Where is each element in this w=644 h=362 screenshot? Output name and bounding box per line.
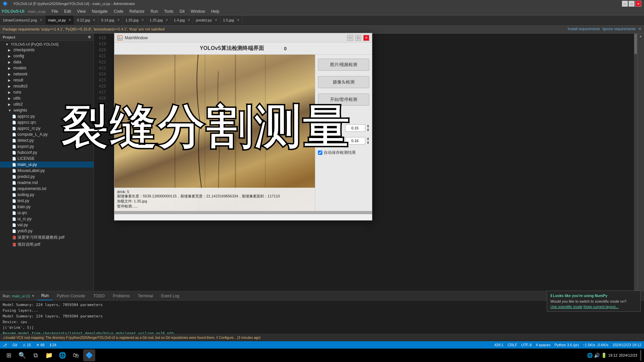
sidebar-item-license[interactable]: 📄 LICENSE — [0, 156, 94, 162]
confidence-spinner-icon[interactable]: ⬆⬇ — [367, 124, 369, 132]
detect-camera-button[interactable]: 摄像头检测 — [318, 76, 369, 88]
sidebar-item-results3[interactable]: ▶ results3 — [0, 83, 94, 89]
sidebar-item-config[interactable]: ▶ config — [0, 53, 94, 59]
tab-125[interactable]: 1.25.jpg ✕ — [147, 15, 171, 24]
sidebar-settings-icon[interactable]: ⚙ — [88, 35, 91, 39]
sidebar-root[interactable]: ▼ YOLOv5-UI [PyQt5-YOLOv5] — [0, 42, 94, 47]
menu-run[interactable]: Run — [148, 8, 161, 14]
iou-spinner-icon[interactable]: ⬆⬇ — [367, 137, 369, 144]
sidebar-item-requirements[interactable]: 📄 requirements.txt — [0, 186, 94, 192]
menu-edit[interactable]: Edit — [61, 8, 74, 14]
notification-link1[interactable]: Use scientific mode — [550, 305, 582, 309]
tab-close-icon[interactable]: ✕ — [141, 18, 144, 22]
minimize-button[interactable]: ─ — [622, 1, 628, 7]
menu-navigate[interactable]: Navigate — [89, 8, 110, 14]
tab-close-icon[interactable]: ✕ — [215, 18, 217, 22]
sidebar-item-project-pdf[interactable]: 📕 项目说明.pdf — [0, 241, 94, 248]
sidebar-item-network[interactable]: ▶ network — [0, 71, 94, 77]
tab-135[interactable]: 1.35.jpg ✕ — [123, 15, 147, 24]
install-requirements-link[interactable]: Install requirements — [568, 27, 600, 31]
dialog-close-button[interactable]: ✕ — [363, 35, 369, 41]
sidebar-item-readme[interactable]: 📄 readme.md — [0, 180, 94, 186]
tab-14[interactable]: 1.4.jpg ✕ — [171, 15, 193, 24]
menu-git[interactable]: Git — [177, 8, 187, 14]
sidebar-item-deeplearning-pdf[interactable]: 📕 深度学习环境搭建教程.pdf — [0, 234, 94, 241]
sidebar-item-utils[interactable]: ▶ utils — [0, 95, 94, 101]
menu-view[interactable]: View — [74, 8, 89, 14]
tab-close-icon[interactable]: ✕ — [237, 18, 239, 22]
store-button[interactable]: 🛍 — [70, 349, 82, 361]
scrollbar-thumb[interactable] — [634, 34, 637, 54]
tab-main-ui[interactable]: main_ui.py ✕ — [45, 15, 74, 24]
tab-close-icon[interactable]: ✕ — [40, 18, 42, 22]
vertical-scrollbar[interactable] — [634, 34, 637, 291]
dialog-maximize-button[interactable]: □ — [355, 35, 361, 41]
menu-tools[interactable]: Tools — [161, 8, 176, 14]
sidebar-item-models[interactable]: ▶ models — [0, 65, 94, 71]
network-icon[interactable]: 🌐 — [587, 353, 593, 358]
warning-close-icon[interactable]: ✕ — [638, 27, 641, 31]
close-button[interactable]: ✕ — [635, 1, 641, 7]
tab-014[interactable]: 0.14.jpg ✕ — [98, 15, 122, 24]
menu-refactor[interactable]: Refactor — [127, 8, 147, 14]
detect-image-video-button[interactable]: 图片/视频检测 — [318, 59, 369, 71]
sidebar-item-mainui[interactable]: 📄 main_ui.py — [0, 162, 94, 168]
info-count[interactable]: ℹ 24 — [50, 343, 56, 347]
tab-close-icon[interactable]: ✕ — [117, 18, 120, 22]
tab-terminal[interactable]: Terminal — [134, 291, 157, 300]
sidebar-item-soiling[interactable]: 📄 soiling.py — [0, 192, 94, 198]
tab-close-icon[interactable]: ✕ — [187, 18, 190, 22]
error-count[interactable]: ✕ 68 — [36, 343, 44, 347]
sidebar-item-ui-rc[interactable]: 📄 ui_rc.py — [0, 216, 94, 222]
sidebar-item-predict[interactable]: 📄 predict.py — [0, 174, 94, 180]
sidebar-item-train[interactable]: 📄 train.py — [0, 204, 94, 210]
ignore-requirements-link[interactable]: Ignore requirements — [603, 27, 636, 31]
status-charset[interactable]: UTF-8 — [521, 343, 532, 347]
git-status[interactable]: Git — [12, 343, 17, 347]
menu-window[interactable]: Window — [188, 8, 208, 14]
explorer-button[interactable]: 📁 — [43, 349, 55, 361]
sidebar-item-mouselabel[interactable]: 📄 MouseLabel.py — [0, 168, 94, 174]
sidebar-item-ui-qrc[interactable]: 📄 ui.qrc — [0, 210, 94, 216]
tab-predict[interactable]: predict.py ✕ — [193, 15, 220, 24]
tab-022[interactable]: 0.22.jpg ✕ — [74, 15, 98, 24]
tab-close-icon[interactable]: ✕ — [68, 18, 71, 22]
sidebar-item-data[interactable]: ▶ data — [0, 59, 94, 65]
status-indent[interactable]: 4 spaces — [536, 343, 550, 347]
sidebar-item-runs[interactable]: ▶ runs — [0, 89, 94, 95]
menu-code[interactable]: Code — [111, 8, 126, 14]
edge-button[interactable]: 🌐 — [56, 349, 68, 361]
sidebar-item-yolo5[interactable]: 📄 yolo5.py — [0, 228, 94, 234]
start-button[interactable]: ⊞ — [3, 349, 15, 361]
sidebar-item-checkpoints[interactable]: ▶ checkpoints — [0, 47, 94, 53]
dialog-minimize-button[interactable]: ─ — [347, 35, 353, 41]
active-file-tab[interactable]: main_ui.py — [28, 9, 46, 13]
status-position[interactable]: 426:1 — [494, 343, 504, 347]
tab-close-icon[interactable]: ✕ — [93, 18, 95, 22]
maximize-button[interactable]: □ — [629, 1, 635, 7]
tab-todo[interactable]: TODO — [89, 291, 109, 300]
status-encoding[interactable]: CRLF — [507, 343, 517, 347]
tab-problems[interactable]: Problems — [109, 291, 134, 300]
pycharm-button[interactable]: 🔷 — [83, 349, 95, 361]
menu-file[interactable]: File — [49, 8, 61, 14]
sidebar-item-val[interactable]: 📄 val.py — [0, 222, 94, 228]
search-button[interactable]: 🔍 — [16, 349, 28, 361]
tab-run[interactable]: Run — [37, 291, 53, 300]
notification-link2[interactable]: Keep current layout... — [583, 305, 619, 309]
git-icon[interactable]: ⎇ — [3, 343, 7, 347]
show-desktop-button[interactable] — [640, 350, 641, 361]
sidebar-item-result[interactable]: ▶ result — [0, 77, 94, 83]
warning-count[interactable]: ⚠ 15 — [22, 343, 31, 347]
status-python[interactable]: Python 3.6 (pr) — [554, 343, 579, 347]
battery-icon[interactable]: 🔋 — [601, 353, 607, 358]
menu-help[interactable]: Help — [208, 8, 222, 14]
tab-drawcontours[interactable]: 1drawContours2.png ✕ — [0, 15, 45, 24]
sidebar-item-test[interactable]: 📄 test.py — [0, 198, 94, 204]
tab-close-icon[interactable]: ✕ — [165, 18, 168, 22]
speaker-icon[interactable]: 🔊 — [594, 353, 600, 358]
tab-event-log[interactable]: Event Log — [157, 291, 183, 300]
tab-python-console[interactable]: Python Console — [53, 291, 89, 300]
task-view-button[interactable]: ⧉ — [30, 349, 42, 361]
tab-15[interactable]: 1.5.jpg ✕ — [220, 15, 243, 24]
